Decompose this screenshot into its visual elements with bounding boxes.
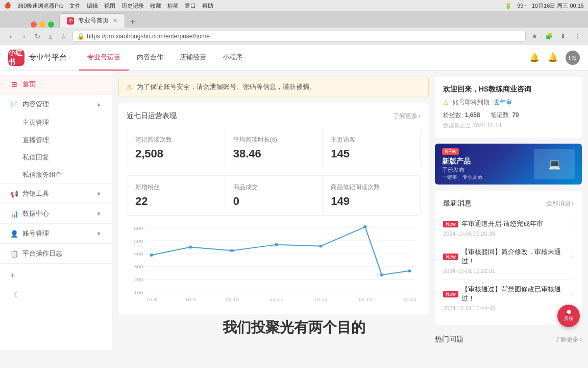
refresh-button[interactable]: ↻ bbox=[32, 31, 43, 42]
notification-bell-icon[interactable]: 🔔 bbox=[529, 52, 540, 63]
stats-section: 近七日运营表现 了解更多 › 笔记阅读次数 2,508 平均阅 bbox=[118, 103, 429, 314]
news-header: 最新消息 全部消息 › bbox=[443, 199, 574, 208]
news-item-2[interactable]: New 【审核通过】背景图修改已审核通过！ › 2024-10-01 10:44… bbox=[443, 280, 574, 316]
bookmark-star[interactable]: ★ bbox=[529, 31, 540, 42]
sidebar-item-homepage[interactable]: 主页管理 bbox=[12, 114, 112, 131]
nav-store[interactable]: 店铺经营 bbox=[172, 45, 214, 71]
menu-edit[interactable]: 编辑 bbox=[87, 2, 98, 10]
sidebar-group-log[interactable]: 📋 平台操作日志 bbox=[0, 244, 112, 263]
sidebar-group-marketing[interactable]: 📢 营销工具 ▼ bbox=[0, 184, 112, 203]
bookmark-button[interactable]: ☆ bbox=[58, 31, 69, 42]
clock: 10月16日 周三 00:15 bbox=[532, 2, 584, 10]
followers-label: 粉丝数 bbox=[443, 111, 461, 119]
sidebar-item-live[interactable]: 直播管理 bbox=[12, 131, 112, 149]
data-icon: 📊 bbox=[10, 210, 18, 218]
renewal-link[interactable]: 去年审 bbox=[494, 98, 512, 107]
menu-file[interactable]: 文件 bbox=[69, 2, 81, 10]
feedback-button[interactable]: 💬 反馈 bbox=[557, 305, 580, 327]
menu-help[interactable]: 帮助 bbox=[202, 2, 213, 10]
news-item-header-1: New 【审核驳回】简介修改，审核未通过！ › bbox=[443, 247, 574, 266]
content-main: ⚠ 为了保证账号安全，请勿泄漏账号、密码等信息，谨防被骗。 近七日运营表现 了解… bbox=[112, 71, 435, 350]
news-arrow-2: › bbox=[572, 290, 574, 297]
svg-text:100: 100 bbox=[134, 290, 143, 295]
stat-new-followers: 新增粉丝 22 bbox=[127, 176, 225, 215]
maximize-button[interactable] bbox=[48, 21, 54, 28]
sidebar-group-content[interactable]: 📄 内容管理 ▲ bbox=[0, 95, 112, 114]
close-button[interactable] bbox=[31, 21, 37, 28]
news-all-link[interactable]: 全部消息 › bbox=[546, 199, 574, 208]
sidebar-item-dm-service[interactable]: 私信服务组件 bbox=[12, 166, 112, 183]
sidebar-collapse-button[interactable]: 《 bbox=[0, 285, 112, 305]
stat-product-notes-read: 商品笔记阅读次数 149 bbox=[323, 176, 420, 215]
tab-bar: 小 专业号首页 ✕ + bbox=[0, 11, 588, 28]
stats-more-link[interactable]: 了解更多 › bbox=[393, 112, 421, 121]
home-button[interactable]: ⌂ bbox=[45, 31, 56, 42]
menu-tags[interactable]: 标签 bbox=[167, 2, 179, 10]
svg-text:10.13: 10.13 bbox=[358, 297, 372, 302]
address-input[interactable]: 🔒 https://pro.xiaohongshu.com/enterprise… bbox=[72, 31, 526, 42]
download-icon[interactable]: ⬇ bbox=[557, 31, 569, 42]
address-bar: ‹ › ↻ ⌂ ☆ 🔒 https://pro.xiaohongshu.com/… bbox=[0, 28, 588, 45]
new-tab-button[interactable]: + bbox=[127, 16, 138, 28]
account-status-label: 账号即将到期 bbox=[453, 98, 489, 107]
stat-value-2: 145 bbox=[331, 147, 412, 160]
chevron-down-icon-data: ▼ bbox=[96, 211, 102, 217]
sidebar-item-home[interactable]: ⊞ 首页 bbox=[0, 75, 112, 94]
svg-text:300: 300 bbox=[134, 264, 143, 269]
new-badge-1: New bbox=[443, 254, 458, 260]
header-nav: 专业号运营 内容合作 店铺经营 小程序 bbox=[79, 45, 251, 71]
promo-detail: 一键事、专业高效 bbox=[442, 174, 483, 181]
stat-value-3: 22 bbox=[135, 195, 216, 208]
alert-icon[interactable]: 🔔 bbox=[547, 52, 558, 63]
news-item-1[interactable]: New 【审核驳回】简介修改，审核未通过！ › 2024-10-01 12:22… bbox=[443, 242, 574, 280]
warn-icon: ⚠ bbox=[443, 99, 449, 106]
tab-close-button[interactable]: ✕ bbox=[113, 17, 117, 24]
follower-stat: 粉丝数 1,658 bbox=[443, 111, 480, 120]
mac-bar: 🍎 360极速浏览器Pro 文件 编辑 视图 历史记录 收藏 标签 窗口 帮助 … bbox=[0, 0, 588, 11]
feedback-icon: 💬 bbox=[566, 310, 572, 315]
account-icon: 👤 bbox=[10, 230, 18, 238]
extension-icon[interactable]: 🧩 bbox=[543, 31, 554, 42]
promo-banner[interactable]: NEW 新版产品 手册发布 一键事、专业高效 💻 bbox=[435, 144, 582, 185]
sidebar-sub-content: 主页管理 直播管理 私信回复 私信服务组件 bbox=[0, 114, 112, 183]
sidebar-log-label: 平台操作日志 bbox=[22, 249, 62, 258]
menu-window[interactable]: 窗口 bbox=[185, 2, 196, 10]
svg-point-17 bbox=[363, 225, 367, 228]
notes-stat: 笔记数 70 bbox=[491, 111, 519, 120]
sidebar-group-data[interactable]: 📊 数据中心 ▼ bbox=[0, 204, 112, 223]
svg-text:10.12: 10.12 bbox=[314, 297, 328, 302]
sidebar-add-button[interactable]: + bbox=[0, 266, 112, 285]
news-item-date-1: 2024-10-01 12:22:01 bbox=[443, 268, 574, 274]
stat-product-sales: 商品成交 0 bbox=[225, 176, 323, 215]
hot-questions-link[interactable]: 了解更多 › bbox=[554, 335, 582, 344]
stat-value-1: 38.46 bbox=[233, 147, 314, 160]
menu-history[interactable]: 历史记录 bbox=[121, 2, 144, 10]
sidebar-data-label: 数据中心 bbox=[22, 209, 49, 218]
sidebar: ⊞ 首页 📄 内容管理 ▲ 主页管理 直播管理 私信回复 私信 bbox=[0, 71, 112, 350]
battery-level: 99+ bbox=[517, 3, 527, 9]
forward-button[interactable]: › bbox=[18, 31, 30, 42]
nav-content[interactable]: 内容合作 bbox=[129, 45, 172, 71]
stats-grid-row1: 笔记阅读次数 2,508 平均阅读时长(s) 38.46 主页访客 145 bbox=[127, 128, 421, 168]
traffic-lights bbox=[31, 21, 54, 28]
browser-name: 360极速浏览器Pro bbox=[17, 2, 63, 10]
feedback-label: 反馈 bbox=[564, 315, 573, 322]
news-item-header-0: New 年审通道开启-请您完成年审 › bbox=[443, 219, 574, 228]
nav-operations[interactable]: 专业号运营 bbox=[79, 45, 129, 71]
back-button[interactable]: ‹ bbox=[5, 31, 16, 42]
user-avatar[interactable]: HS bbox=[566, 51, 580, 65]
menu-favorites[interactable]: 收藏 bbox=[150, 2, 161, 10]
main-content: ⊞ 首页 📄 内容管理 ▲ 主页管理 直播管理 私信回复 私信 bbox=[0, 71, 588, 350]
browser-tab[interactable]: 小 专业号首页 ✕ bbox=[59, 13, 125, 28]
nav-miniapp[interactable]: 小程序 bbox=[214, 45, 251, 71]
news-item-0[interactable]: New 年审通道开启-请您完成年审 › 2024-10-06 03:20:36 bbox=[443, 214, 574, 242]
notes-value: 70 bbox=[512, 111, 519, 119]
settings-icon[interactable]: ⋮ bbox=[572, 31, 583, 42]
sidebar-item-dm[interactable]: 私信回复 bbox=[12, 149, 112, 166]
minimize-button[interactable] bbox=[39, 21, 45, 28]
news-item-title-2: 【审核通过】背景图修改已审核通过！ bbox=[461, 285, 569, 303]
sidebar-group-account[interactable]: 👤 账号管理 ▼ bbox=[0, 224, 112, 243]
menu-view[interactable]: 视图 bbox=[104, 2, 115, 10]
apple-menu[interactable]: 🍎 bbox=[4, 2, 11, 10]
stat-label-3: 新增粉丝 bbox=[135, 183, 216, 192]
